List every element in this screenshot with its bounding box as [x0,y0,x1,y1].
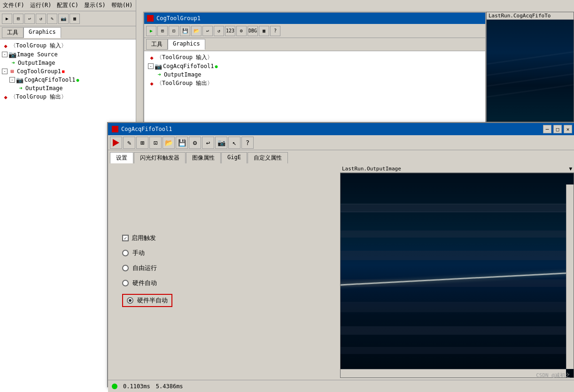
acq-copy-btn[interactable]: ⊡ [149,137,162,149]
tree-item-outputimage-1[interactable]: ➜ OutputImage [8,59,136,67]
tg-tree-label-acq: CogAcqFifoTool1 [163,63,214,69]
tg-arrow-red-icon: ◆ [148,54,155,61]
toolbar-btn-4[interactable]: ↺ [36,14,46,24]
acq-tab-custom[interactable]: 自定义属性 [248,152,288,163]
acq-save-btn[interactable]: 💾 [176,137,188,149]
tree-label-outputimage-1: OutputImage [18,60,55,66]
tg-tree-item-acq[interactable]: - 📷 CogAcqFifoTool1 ● [146,62,483,70]
menu-file[interactable]: 文件(F) [3,1,24,9]
toolgroupwin: CogToolGroup1 ▶ ⊞ ⊡ 💾 📂 ↩ ↺ 123 ⚙ DBG ▦ … [143,12,486,134]
toolbar-btn-5[interactable]: ✎ [47,14,57,24]
green-indicator-main: ● [76,77,79,83]
tg-tree-item-input[interactable]: ◆ 〈ToolGroup 输入〉 [146,53,483,62]
tgw-tab-graphics[interactable]: Graphics [168,39,205,50]
hw-auto-label: 硬件自动 [132,279,157,287]
minimize-button[interactable]: ─ [543,125,551,133]
tree-label-imagesource: Image Source [17,51,58,58]
acqwin-body: 启用触发 手动 自由运行 硬件自动 [108,163,574,380]
acq-cursor-btn[interactable]: ↖ [228,137,240,149]
tgw-btn-8[interactable]: 123 [225,26,235,36]
toolgroupwin-toolbar: ▶ ⊞ ⊡ 💾 📂 ↩ ↺ 123 ⚙ DBG ▦ ? [144,24,485,38]
freerun-label: 自由运行 [132,264,157,272]
status-time1: 0.1103ms [123,383,150,390]
acq-open-btn[interactable]: 📂 [163,137,175,149]
tree-item-toolgroup-output[interactable]: ◆ 〈ToolGroup 输出〉 [0,92,136,101]
close-button[interactable]: ✕ [564,125,572,133]
acqwin-left-panel: 启用触发 手动 自由运行 硬件自动 [108,163,338,380]
tgw-tab-tools[interactable]: 工具 [146,39,168,50]
tgw-play-btn[interactable]: ▶ [146,26,156,36]
acqwin-right-panel: LastRun.OutputImage ▼ [338,163,574,380]
acqwin-title-left: CogAcqFifoTool1 [112,126,172,132]
tgw-btn-6[interactable]: ↩ [202,26,213,36]
expand-cogtoolgroup1[interactable]: - [2,69,8,74]
tree-item-cogacqfifotool1[interactable]: - 📷 CogAcqFifoTool1 ● [8,76,136,84]
acq-tab-flash[interactable]: 闪光灯和触发器 [134,152,186,163]
acqwin: CogAcqFifoTool1 ─ □ ✕ ✎ ⊞ ⊡ 📂 💾 ⚙ ↩ 📷 ↖ … [107,122,574,387]
tg-expand-acq[interactable]: - [148,63,154,69]
enable-trigger-checkbox[interactable] [122,235,129,241]
toolgroupwin-title-text: CogToolGroup1 [156,15,201,22]
freerun-radio[interactable] [122,265,129,271]
acq-tab-imageprops[interactable]: 图像属性 [186,152,221,163]
menu-help[interactable]: 帮助(H) [111,1,133,9]
expand-imagesource[interactable]: - [2,52,8,57]
manual-label: 手动 [132,249,145,257]
tgw-btn-10[interactable]: DBG [248,26,258,36]
tree-item-cogtoolgroup1[interactable]: - ⊞ CogToolGroup1 ■ [0,67,136,76]
tgw-btn-7[interactable]: ↺ [214,26,224,36]
acq-pencil-btn[interactable]: ✎ [123,137,135,149]
manual-radio[interactable] [122,250,129,256]
tg-tree-item-outputimage[interactable]: ➜ OutputImage [154,70,483,79]
tgw-btn-2[interactable]: ⊞ [157,26,168,36]
toolbar-btn-3[interactable]: ↩ [24,14,35,24]
hw-auto-radio[interactable] [122,280,129,286]
acq-tab-settings[interactable]: 设置 [110,152,133,163]
tgw-btn-4[interactable]: 💾 [180,26,190,36]
toolbar-btn-6[interactable]: 📷 [58,14,69,24]
tree-item-toolgroup-input[interactable]: ◆ 〈ToolGroup 输入〉 [0,41,136,50]
status-time2: 5.4386ms [156,383,183,390]
group-icon: ⊞ [8,68,16,75]
tree-item-outputimage-2[interactable]: ➜ OutputImage [15,84,136,92]
acq-play-button[interactable] [110,137,122,149]
expand-cogacqfifotool1[interactable]: - [9,77,15,83]
acq-image-dropdown[interactable]: ▼ [569,166,572,172]
menu-config[interactable]: 配置(C) [57,1,78,9]
acq-cam-btn[interactable]: 📷 [215,137,227,149]
tg-tree-item-output[interactable]: ◆ 〈ToolGroup 输出〉 [146,79,483,88]
main-tab-bar: 工具 Graphics [0,26,136,39]
toolbar-btn-2[interactable]: ⊞ [13,14,23,24]
manual-radio-row: 手动 [122,249,324,257]
toolgroupwin-tabs: 工具 Graphics [144,38,485,51]
toolbar-btn-7[interactable]: ▦ [70,14,80,24]
tg-arrow-red-icon-2: ◆ [148,80,155,87]
acqwin-icon [112,126,118,132]
toolbar-btn-1[interactable]: ▶ [2,14,12,24]
settings-area: 启用触发 手动 自由运行 硬件自动 [113,168,334,375]
acq-tab-gige[interactable]: GigE [221,152,247,163]
acq-scrollbar-v[interactable] [566,184,574,369]
hw-semiauto-radio[interactable] [127,297,133,304]
menu-display[interactable]: 显示(S) [84,1,106,9]
tree-item-imagesource[interactable]: - 📷 Image Source [0,50,136,59]
maximize-button[interactable]: □ [553,125,562,133]
tgw-btn-12[interactable]: ? [270,26,280,36]
top-right-image-display [487,20,574,122]
tab-tools[interactable]: 工具 [2,27,23,38]
tgw-btn-5[interactable]: 📂 [191,26,202,36]
acq-scrollbar-h[interactable] [341,369,566,377]
arrow-green-icon-2: ➜ [17,85,24,92]
acqwin-statusbar: 0.1103ms 5.4386ms [108,380,574,392]
acq-screen-btn[interactable]: ⊞ [136,137,148,149]
tgw-btn-11[interactable]: ▦ [259,26,269,36]
tgw-btn-3[interactable]: ⊡ [169,26,179,36]
acq-config-btn[interactable]: ⚙ [189,137,201,149]
hw-semiauto-selected[interactable]: 硬件半自动 [122,294,172,307]
tgw-btn-9[interactable]: ⚙ [236,26,247,36]
menu-run[interactable]: 运行(R) [30,1,52,9]
tab-graphics[interactable]: Graphics [23,27,61,38]
acq-help-btn[interactable]: ? [241,137,254,149]
main-toolbar: ▶ ⊞ ↩ ↺ ✎ 📷 ▦ [0,11,136,26]
acq-undo-btn[interactable]: ↩ [202,137,214,149]
